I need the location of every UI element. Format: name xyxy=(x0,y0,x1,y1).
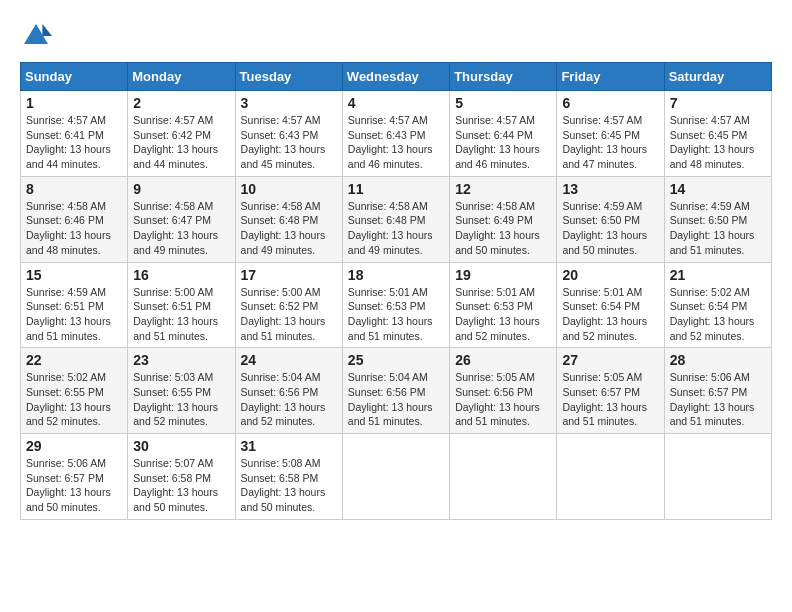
calendar-week-row: 8Sunrise: 4:58 AMSunset: 6:46 PMDaylight… xyxy=(21,176,772,262)
page-header xyxy=(20,20,772,52)
day-number: 13 xyxy=(562,181,658,197)
calendar-cell: 22Sunrise: 5:02 AMSunset: 6:55 PMDayligh… xyxy=(21,348,128,434)
weekday-header: Monday xyxy=(128,63,235,91)
day-info: Sunrise: 5:02 AMSunset: 6:55 PMDaylight:… xyxy=(26,370,122,429)
day-info: Sunrise: 4:57 AMSunset: 6:43 PMDaylight:… xyxy=(241,113,337,172)
day-info: Sunrise: 4:58 AMSunset: 6:48 PMDaylight:… xyxy=(348,199,444,258)
day-info: Sunrise: 5:04 AMSunset: 6:56 PMDaylight:… xyxy=(241,370,337,429)
calendar-cell: 23Sunrise: 5:03 AMSunset: 6:55 PMDayligh… xyxy=(128,348,235,434)
calendar-table: SundayMondayTuesdayWednesdayThursdayFrid… xyxy=(20,62,772,520)
calendar-cell: 7Sunrise: 4:57 AMSunset: 6:45 PMDaylight… xyxy=(664,91,771,177)
calendar-week-row: 15Sunrise: 4:59 AMSunset: 6:51 PMDayligh… xyxy=(21,262,772,348)
day-number: 6 xyxy=(562,95,658,111)
calendar-cell: 3Sunrise: 4:57 AMSunset: 6:43 PMDaylight… xyxy=(235,91,342,177)
day-number: 15 xyxy=(26,267,122,283)
day-info: Sunrise: 5:02 AMSunset: 6:54 PMDaylight:… xyxy=(670,285,766,344)
calendar-cell: 31Sunrise: 5:08 AMSunset: 6:58 PMDayligh… xyxy=(235,434,342,520)
day-info: Sunrise: 5:03 AMSunset: 6:55 PMDaylight:… xyxy=(133,370,229,429)
logo-icon xyxy=(20,20,52,52)
day-number: 5 xyxy=(455,95,551,111)
day-number: 17 xyxy=(241,267,337,283)
calendar-cell: 15Sunrise: 4:59 AMSunset: 6:51 PMDayligh… xyxy=(21,262,128,348)
calendar-cell: 4Sunrise: 4:57 AMSunset: 6:43 PMDaylight… xyxy=(342,91,449,177)
day-info: Sunrise: 5:06 AMSunset: 6:57 PMDaylight:… xyxy=(26,456,122,515)
day-info: Sunrise: 5:08 AMSunset: 6:58 PMDaylight:… xyxy=(241,456,337,515)
day-number: 24 xyxy=(241,352,337,368)
day-info: Sunrise: 4:59 AMSunset: 6:50 PMDaylight:… xyxy=(562,199,658,258)
day-info: Sunrise: 5:05 AMSunset: 6:56 PMDaylight:… xyxy=(455,370,551,429)
day-number: 29 xyxy=(26,438,122,454)
day-info: Sunrise: 4:58 AMSunset: 6:48 PMDaylight:… xyxy=(241,199,337,258)
calendar-cell: 2Sunrise: 4:57 AMSunset: 6:42 PMDaylight… xyxy=(128,91,235,177)
day-number: 18 xyxy=(348,267,444,283)
calendar-week-row: 1Sunrise: 4:57 AMSunset: 6:41 PMDaylight… xyxy=(21,91,772,177)
day-number: 10 xyxy=(241,181,337,197)
calendar-cell xyxy=(664,434,771,520)
day-number: 25 xyxy=(348,352,444,368)
day-info: Sunrise: 4:58 AMSunset: 6:46 PMDaylight:… xyxy=(26,199,122,258)
weekday-header-row: SundayMondayTuesdayWednesdayThursdayFrid… xyxy=(21,63,772,91)
day-info: Sunrise: 4:57 AMSunset: 6:45 PMDaylight:… xyxy=(562,113,658,172)
day-number: 14 xyxy=(670,181,766,197)
calendar-week-row: 29Sunrise: 5:06 AMSunset: 6:57 PMDayligh… xyxy=(21,434,772,520)
day-info: Sunrise: 4:57 AMSunset: 6:43 PMDaylight:… xyxy=(348,113,444,172)
day-info: Sunrise: 5:01 AMSunset: 6:53 PMDaylight:… xyxy=(348,285,444,344)
day-info: Sunrise: 4:58 AMSunset: 6:49 PMDaylight:… xyxy=(455,199,551,258)
day-info: Sunrise: 5:06 AMSunset: 6:57 PMDaylight:… xyxy=(670,370,766,429)
calendar-cell: 25Sunrise: 5:04 AMSunset: 6:56 PMDayligh… xyxy=(342,348,449,434)
calendar-cell: 28Sunrise: 5:06 AMSunset: 6:57 PMDayligh… xyxy=(664,348,771,434)
calendar-cell: 13Sunrise: 4:59 AMSunset: 6:50 PMDayligh… xyxy=(557,176,664,262)
day-number: 20 xyxy=(562,267,658,283)
calendar-cell: 29Sunrise: 5:06 AMSunset: 6:57 PMDayligh… xyxy=(21,434,128,520)
weekday-header: Friday xyxy=(557,63,664,91)
calendar-cell xyxy=(557,434,664,520)
day-number: 16 xyxy=(133,267,229,283)
day-info: Sunrise: 5:07 AMSunset: 6:58 PMDaylight:… xyxy=(133,456,229,515)
calendar-cell: 10Sunrise: 4:58 AMSunset: 6:48 PMDayligh… xyxy=(235,176,342,262)
calendar-cell: 16Sunrise: 5:00 AMSunset: 6:51 PMDayligh… xyxy=(128,262,235,348)
calendar-cell xyxy=(342,434,449,520)
weekday-header: Thursday xyxy=(450,63,557,91)
day-info: Sunrise: 5:01 AMSunset: 6:53 PMDaylight:… xyxy=(455,285,551,344)
day-number: 26 xyxy=(455,352,551,368)
day-info: Sunrise: 4:57 AMSunset: 6:44 PMDaylight:… xyxy=(455,113,551,172)
calendar-cell: 17Sunrise: 5:00 AMSunset: 6:52 PMDayligh… xyxy=(235,262,342,348)
day-number: 30 xyxy=(133,438,229,454)
calendar-cell: 1Sunrise: 4:57 AMSunset: 6:41 PMDaylight… xyxy=(21,91,128,177)
weekday-header: Sunday xyxy=(21,63,128,91)
day-info: Sunrise: 5:01 AMSunset: 6:54 PMDaylight:… xyxy=(562,285,658,344)
calendar-cell: 20Sunrise: 5:01 AMSunset: 6:54 PMDayligh… xyxy=(557,262,664,348)
day-number: 22 xyxy=(26,352,122,368)
calendar-cell: 14Sunrise: 4:59 AMSunset: 6:50 PMDayligh… xyxy=(664,176,771,262)
day-number: 2 xyxy=(133,95,229,111)
day-number: 9 xyxy=(133,181,229,197)
day-number: 12 xyxy=(455,181,551,197)
calendar-cell: 19Sunrise: 5:01 AMSunset: 6:53 PMDayligh… xyxy=(450,262,557,348)
weekday-header: Tuesday xyxy=(235,63,342,91)
calendar-cell: 26Sunrise: 5:05 AMSunset: 6:56 PMDayligh… xyxy=(450,348,557,434)
day-number: 31 xyxy=(241,438,337,454)
calendar-cell: 9Sunrise: 4:58 AMSunset: 6:47 PMDaylight… xyxy=(128,176,235,262)
calendar-week-row: 22Sunrise: 5:02 AMSunset: 6:55 PMDayligh… xyxy=(21,348,772,434)
day-number: 7 xyxy=(670,95,766,111)
day-info: Sunrise: 5:00 AMSunset: 6:52 PMDaylight:… xyxy=(241,285,337,344)
day-info: Sunrise: 4:57 AMSunset: 6:41 PMDaylight:… xyxy=(26,113,122,172)
day-info: Sunrise: 5:05 AMSunset: 6:57 PMDaylight:… xyxy=(562,370,658,429)
calendar-cell: 30Sunrise: 5:07 AMSunset: 6:58 PMDayligh… xyxy=(128,434,235,520)
day-number: 28 xyxy=(670,352,766,368)
day-number: 23 xyxy=(133,352,229,368)
day-info: Sunrise: 5:00 AMSunset: 6:51 PMDaylight:… xyxy=(133,285,229,344)
day-number: 27 xyxy=(562,352,658,368)
day-number: 21 xyxy=(670,267,766,283)
day-number: 19 xyxy=(455,267,551,283)
day-number: 3 xyxy=(241,95,337,111)
calendar-cell: 8Sunrise: 4:58 AMSunset: 6:46 PMDaylight… xyxy=(21,176,128,262)
calendar-cell: 12Sunrise: 4:58 AMSunset: 6:49 PMDayligh… xyxy=(450,176,557,262)
day-number: 8 xyxy=(26,181,122,197)
svg-marker-1 xyxy=(42,24,52,36)
day-number: 1 xyxy=(26,95,122,111)
day-info: Sunrise: 5:04 AMSunset: 6:56 PMDaylight:… xyxy=(348,370,444,429)
calendar-cell: 18Sunrise: 5:01 AMSunset: 6:53 PMDayligh… xyxy=(342,262,449,348)
calendar-cell: 11Sunrise: 4:58 AMSunset: 6:48 PMDayligh… xyxy=(342,176,449,262)
logo xyxy=(20,20,56,52)
